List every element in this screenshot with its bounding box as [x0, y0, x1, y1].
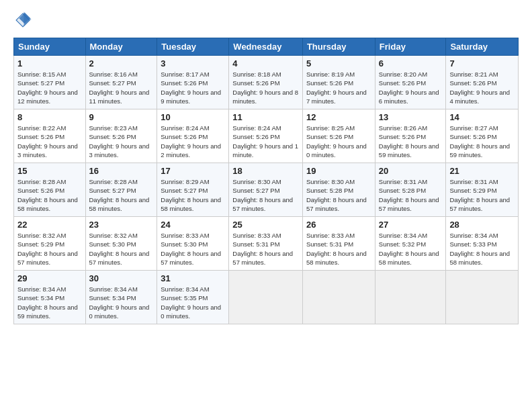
calendar-cell: [446, 271, 519, 324]
day-number: 6: [379, 58, 443, 68]
day-info: Sunrise: 8:31 AM Sunset: 5:28 PM Dayligh…: [379, 177, 443, 213]
calendar-cell: 15 Sunrise: 8:28 AM Sunset: 5:26 PM Dayl…: [14, 163, 86, 217]
day-number: 23: [89, 220, 154, 230]
calendar-cell: 30 Sunrise: 8:34 AM Sunset: 5:34 PM Dayl…: [85, 271, 157, 324]
day-info: Sunrise: 8:23 AM Sunset: 5:26 PM Dayligh…: [89, 124, 154, 159]
calendar-cell: 10 Sunrise: 8:24 AM Sunset: 5:26 PM Dayl…: [157, 109, 229, 163]
calendar-cell: 18 Sunrise: 8:30 AM Sunset: 5:27 PM Dayl…: [229, 163, 303, 217]
day-info: Sunrise: 8:30 AM Sunset: 5:27 PM Dayligh…: [232, 177, 299, 213]
day-info: Sunrise: 8:24 AM Sunset: 5:26 PM Dayligh…: [232, 124, 299, 159]
day-number: 20: [379, 166, 443, 176]
calendar-cell: 22 Sunrise: 8:32 AM Sunset: 5:29 PM Dayl…: [14, 217, 86, 271]
day-number: 28: [449, 220, 515, 230]
day-number: 17: [161, 166, 225, 176]
page: SundayMondayTuesdayWednesdayThursdayFrid…: [0, 0, 532, 331]
day-header-friday: Friday: [375, 38, 446, 56]
day-number: 21: [449, 166, 515, 176]
logo-icon: [13, 11, 32, 30]
day-number: 25: [232, 220, 299, 230]
calendar-cell: 29 Sunrise: 8:34 AM Sunset: 5:34 PM Dayl…: [14, 271, 86, 324]
day-number: 5: [306, 58, 371, 68]
day-info: Sunrise: 8:34 AM Sunset: 5:34 PM Dayligh…: [17, 285, 82, 320]
day-number: 16: [89, 166, 154, 176]
calendar-cell: [302, 271, 375, 324]
calendar-cell: 12 Sunrise: 8:25 AM Sunset: 5:26 PM Dayl…: [302, 109, 375, 163]
calendar-cell: 16 Sunrise: 8:28 AM Sunset: 5:27 PM Dayl…: [85, 163, 157, 217]
calendar-cell: 3 Sunrise: 8:17 AM Sunset: 5:26 PM Dayli…: [157, 56, 229, 109]
day-number: 19: [306, 166, 371, 176]
calendar-cell: 28 Sunrise: 8:34 AM Sunset: 5:33 PM Dayl…: [446, 217, 519, 271]
day-info: Sunrise: 8:24 AM Sunset: 5:26 PM Dayligh…: [161, 124, 225, 159]
day-number: 11: [232, 112, 299, 122]
day-number: 12: [306, 112, 371, 122]
calendar-header-row: SundayMondayTuesdayWednesdayThursdayFrid…: [14, 38, 519, 56]
calendar-cell: 11 Sunrise: 8:24 AM Sunset: 5:26 PM Dayl…: [229, 109, 303, 163]
day-number: 9: [89, 112, 154, 122]
calendar-cell: 9 Sunrise: 8:23 AM Sunset: 5:26 PM Dayli…: [85, 109, 157, 163]
day-info: Sunrise: 8:27 AM Sunset: 5:26 PM Dayligh…: [449, 124, 515, 159]
calendar-week-4: 29 Sunrise: 8:34 AM Sunset: 5:34 PM Dayl…: [14, 271, 519, 324]
calendar-cell: 13 Sunrise: 8:26 AM Sunset: 5:26 PM Dayl…: [375, 109, 446, 163]
calendar-cell: 25 Sunrise: 8:33 AM Sunset: 5:31 PM Dayl…: [229, 217, 303, 271]
day-header-tuesday: Tuesday: [157, 38, 229, 56]
day-info: Sunrise: 8:18 AM Sunset: 5:26 PM Dayligh…: [232, 70, 299, 105]
day-info: Sunrise: 8:33 AM Sunset: 5:31 PM Dayligh…: [306, 231, 371, 267]
calendar-week-3: 22 Sunrise: 8:32 AM Sunset: 5:29 PM Dayl…: [14, 217, 519, 271]
calendar-cell: 4 Sunrise: 8:18 AM Sunset: 5:26 PM Dayli…: [229, 56, 303, 109]
calendar-cell: 27 Sunrise: 8:34 AM Sunset: 5:32 PM Dayl…: [375, 217, 446, 271]
day-number: 24: [161, 220, 225, 230]
calendar-cell: 19 Sunrise: 8:30 AM Sunset: 5:28 PM Dayl…: [302, 163, 375, 217]
day-info: Sunrise: 8:21 AM Sunset: 5:26 PM Dayligh…: [449, 70, 515, 105]
day-number: 26: [306, 220, 371, 230]
calendar-table: SundayMondayTuesdayWednesdayThursdayFrid…: [13, 38, 519, 324]
day-info: Sunrise: 8:17 AM Sunset: 5:26 PM Dayligh…: [161, 70, 225, 105]
day-info: Sunrise: 8:32 AM Sunset: 5:30 PM Dayligh…: [89, 231, 154, 267]
day-number: 14: [449, 112, 515, 122]
day-number: 1: [17, 58, 82, 68]
day-number: 22: [17, 220, 82, 230]
day-number: 4: [232, 58, 299, 68]
logo: [13, 11, 35, 30]
day-info: Sunrise: 8:33 AM Sunset: 5:30 PM Dayligh…: [161, 231, 225, 267]
calendar-cell: 17 Sunrise: 8:29 AM Sunset: 5:27 PM Dayl…: [157, 163, 229, 217]
day-number: 18: [232, 166, 299, 176]
calendar-week-0: 1 Sunrise: 8:15 AM Sunset: 5:27 PM Dayli…: [14, 56, 519, 109]
day-number: 3: [161, 58, 225, 68]
calendar-cell: 5 Sunrise: 8:19 AM Sunset: 5:26 PM Dayli…: [302, 56, 375, 109]
day-header-saturday: Saturday: [446, 38, 519, 56]
calendar-cell: 7 Sunrise: 8:21 AM Sunset: 5:26 PM Dayli…: [446, 56, 519, 109]
day-info: Sunrise: 8:25 AM Sunset: 5:26 PM Dayligh…: [306, 124, 371, 159]
calendar-cell: 1 Sunrise: 8:15 AM Sunset: 5:27 PM Dayli…: [14, 56, 86, 109]
day-info: Sunrise: 8:26 AM Sunset: 5:26 PM Dayligh…: [379, 124, 443, 159]
day-info: Sunrise: 8:34 AM Sunset: 5:34 PM Dayligh…: [89, 285, 154, 320]
day-number: 31: [161, 273, 225, 283]
day-info: Sunrise: 8:31 AM Sunset: 5:29 PM Dayligh…: [449, 177, 515, 213]
day-info: Sunrise: 8:34 AM Sunset: 5:33 PM Dayligh…: [449, 231, 515, 267]
day-number: 30: [89, 273, 154, 283]
day-info: Sunrise: 8:34 AM Sunset: 5:32 PM Dayligh…: [379, 231, 443, 267]
day-info: Sunrise: 8:33 AM Sunset: 5:31 PM Dayligh…: [232, 231, 299, 267]
day-info: Sunrise: 8:22 AM Sunset: 5:26 PM Dayligh…: [17, 124, 82, 159]
day-number: 29: [17, 273, 82, 283]
header: [13, 11, 519, 30]
day-info: Sunrise: 8:15 AM Sunset: 5:27 PM Dayligh…: [17, 70, 82, 105]
day-info: Sunrise: 8:32 AM Sunset: 5:29 PM Dayligh…: [17, 231, 82, 267]
day-header-thursday: Thursday: [302, 38, 375, 56]
calendar-cell: 8 Sunrise: 8:22 AM Sunset: 5:26 PM Dayli…: [14, 109, 86, 163]
calendar-cell: 14 Sunrise: 8:27 AM Sunset: 5:26 PM Dayl…: [446, 109, 519, 163]
calendar-cell: 26 Sunrise: 8:33 AM Sunset: 5:31 PM Dayl…: [302, 217, 375, 271]
day-number: 13: [379, 112, 443, 122]
calendar-cell: 2 Sunrise: 8:16 AM Sunset: 5:27 PM Dayli…: [85, 56, 157, 109]
day-info: Sunrise: 8:29 AM Sunset: 5:27 PM Dayligh…: [161, 177, 225, 213]
calendar-cell: 21 Sunrise: 8:31 AM Sunset: 5:29 PM Dayl…: [446, 163, 519, 217]
day-info: Sunrise: 8:16 AM Sunset: 5:27 PM Dayligh…: [89, 70, 154, 105]
calendar-cell: 20 Sunrise: 8:31 AM Sunset: 5:28 PM Dayl…: [375, 163, 446, 217]
day-info: Sunrise: 8:28 AM Sunset: 5:26 PM Dayligh…: [17, 177, 82, 213]
calendar-week-2: 15 Sunrise: 8:28 AM Sunset: 5:26 PM Dayl…: [14, 163, 519, 217]
day-number: 2: [89, 58, 154, 68]
calendar-cell: 6 Sunrise: 8:20 AM Sunset: 5:26 PM Dayli…: [375, 56, 446, 109]
calendar-cell: 23 Sunrise: 8:32 AM Sunset: 5:30 PM Dayl…: [85, 217, 157, 271]
day-header-sunday: Sunday: [14, 38, 86, 56]
calendar-cell: [375, 271, 446, 324]
day-header-wednesday: Wednesday: [229, 38, 303, 56]
